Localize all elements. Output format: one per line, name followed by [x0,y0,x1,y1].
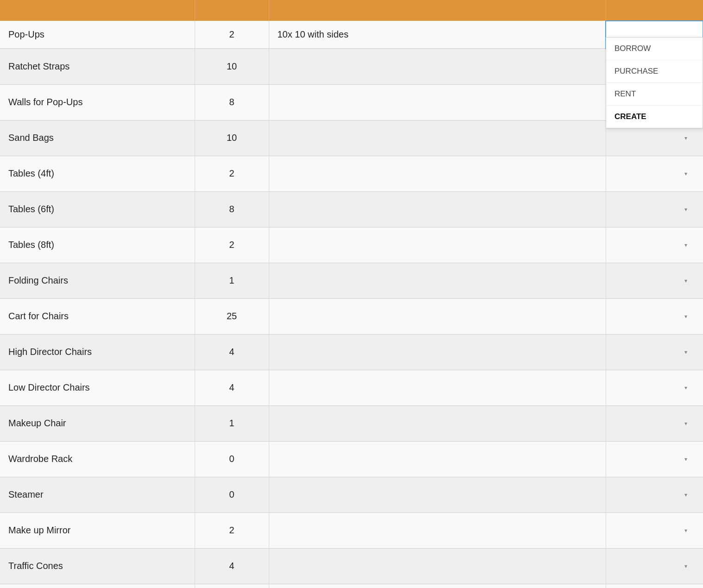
cell-details [269,405,606,441]
cell-details [269,156,606,191]
cell-item: Cart for Chairs [0,298,195,334]
cell-source[interactable]: BORROWPURCHASERENTCREATE▾ [606,263,703,298]
cell-qty: 2 [195,227,269,263]
cell-item: Walls for Pop-Ups [0,84,195,120]
cell-details [269,227,606,263]
dropdown-option[interactable]: BORROW [606,38,703,60]
cell-source[interactable]: BORROWPURCHASERENTCREATE▾ [606,227,703,263]
cell-item: Folding Chairs [0,263,195,298]
dropdown-option[interactable]: RENT [606,83,703,106]
cell-source[interactable]: BORROWPURCHASERENTCREATE▾ [606,548,703,584]
cell-qty: 0 [195,441,269,477]
cell-source[interactable]: BORROWPURCHASERENTCREATE▾ [606,298,703,334]
table-row: Low Director Chairs4BORROWPURCHASERENTCR… [0,370,703,405]
cell-source[interactable]: BORROWPURCHASERENTCREATE▾ [606,441,703,477]
dropdown-option[interactable]: PURCHASE [606,60,703,83]
cell-source[interactable]: BORROWPURCHASERENTCREATE▾ [606,334,703,370]
header-details [269,0,606,21]
cell-item: High Director Chairs [0,334,195,370]
table-row: Pop-Ups210x 10 with sides [0,21,703,49]
cell-qty: 2 [195,156,269,191]
cell-item: Make up Mirror [0,512,195,548]
cell-source[interactable]: BORROWPURCHASERENTCREATE▾ [606,370,703,405]
cell-qty: 1 [195,405,269,441]
cell-item: Tables (4ft) [0,156,195,191]
cell-source[interactable]: BORROWPURCHASERENTCREATE▾ [606,477,703,512]
cell-qty: 4 [195,334,269,370]
table-row: High Director Chairs4BORROWPURCHASERENTC… [0,334,703,370]
header-qty [195,0,269,21]
cell-item: Trash Cans [0,584,195,588]
cell-qty: 2 [195,512,269,548]
cell-qty: 4 [195,370,269,405]
table-row: Wardrobe Rack0BORROWPURCHASERENTCREATE▾ [0,441,703,477]
cell-qty: 25 [195,298,269,334]
cell-item: Ratchet Straps [0,49,195,85]
table-row: Make up Mirror2BORROWPURCHASERENTCREATE▾ [0,512,703,548]
cell-details: 10x 10 with sides [269,21,606,49]
table-row: Tables (8ft)2BORROWPURCHASERENTCREATE▾ [0,227,703,263]
cell-details [269,49,606,85]
source-select[interactable]: BORROWPURCHASERENTCREATE [614,129,689,147]
cell-details [269,298,606,334]
cell-details [269,263,606,298]
source-select[interactable]: BORROWPURCHASERENTCREATE [614,236,689,254]
table-row: Makeup Chair1BORROWPURCHASERENTCREATE▾ [0,405,703,441]
source-select[interactable]: BORROWPURCHASERENTCREATE [614,450,689,468]
table-row: Trash Cans6BORROWPURCHASERENTCREATE▾ [0,584,703,588]
cell-qty: 2 [195,21,269,49]
cell-details [269,477,606,512]
cell-source[interactable]: BORROWPURCHASERENTCREATE▾ [606,512,703,548]
source-select[interactable]: BORROWPURCHASERENTCREATE [614,164,689,183]
cell-details [269,548,606,584]
source-dropdown-popup[interactable]: BORROWPURCHASERENTCREATE [606,37,703,128]
table-row: Folding Chairs1BORROWPURCHASERENTCREATE▾ [0,263,703,298]
source-select[interactable]: BORROWPURCHASERENTCREATE [614,272,689,290]
source-select[interactable]: BORROWPURCHASERENTCREATE [614,307,689,326]
table-row: Walls for Pop-Ups8BORROWPURCHASERENTCREA… [0,84,703,120]
dropdown-option[interactable]: CREATE [606,106,703,128]
table-row: Tables (4ft)2BORROWPURCHASERENTCREATE▾ [0,156,703,191]
cell-details [269,120,606,156]
cell-details [269,334,606,370]
header-item [0,0,195,21]
source-select[interactable]: BORROWPURCHASERENTCREATE [614,379,689,397]
cell-qty: 0 [195,477,269,512]
cell-details [269,584,606,588]
cell-source[interactable]: BORROWPURCHASERENTCREATE▾ [606,156,703,191]
cell-qty: 4 [195,548,269,584]
cell-qty: 10 [195,49,269,85]
cell-source[interactable]: BORROWPURCHASERENTCREATE▾ [606,191,703,227]
cell-qty: 8 [195,191,269,227]
source-select[interactable]: BORROWPURCHASERENTCREATE [614,486,689,504]
source-select[interactable]: BORROWPURCHASERENTCREATE [614,521,689,540]
cell-item: Tables (8ft) [0,227,195,263]
cell-details [269,191,606,227]
main-table-container: Pop-Ups210x 10 with sidesRatchet Straps1… [0,0,703,588]
cell-details [269,84,606,120]
source-select[interactable]: BORROWPURCHASERENTCREATE [614,414,689,433]
source-select[interactable]: BORROWPURCHASERENTCREATE [614,200,689,219]
cell-source[interactable]: BORROWPURCHASERENTCREATE▾ [606,405,703,441]
cell-qty: 10 [195,120,269,156]
table-row: Tables (6ft)8BORROWPURCHASERENTCREATE▾ [0,191,703,227]
cell-qty: 6 [195,584,269,588]
cell-item: Makeup Chair [0,405,195,441]
cell-details [269,441,606,477]
cell-item: Steamer [0,477,195,512]
cell-details [269,370,606,405]
table-row: Ratchet Straps10BORROWPURCHASERENTCREATE… [0,49,703,85]
cell-qty: 1 [195,263,269,298]
source-select[interactable]: BORROWPURCHASERENTCREATE [614,343,689,361]
cell-item: Sand Bags [0,120,195,156]
table-row: Cart for Chairs25BORROWPURCHASERENTCREAT… [0,298,703,334]
cell-item: Traffic Cones [0,548,195,584]
table-row: Sand Bags10BORROWPURCHASERENTCREATE▾ [0,120,703,156]
table-body: Pop-Ups210x 10 with sidesRatchet Straps1… [0,21,703,588]
cell-qty: 8 [195,84,269,120]
cell-item: Low Director Chairs [0,370,195,405]
cell-source[interactable]: BORROWPURCHASERENTCREATE▾ [606,584,703,588]
table-row: Traffic Cones4BORROWPURCHASERENTCREATE▾ [0,548,703,584]
source-select[interactable]: BORROWPURCHASERENTCREATE [614,557,689,575]
inventory-table: Pop-Ups210x 10 with sidesRatchet Straps1… [0,0,703,588]
